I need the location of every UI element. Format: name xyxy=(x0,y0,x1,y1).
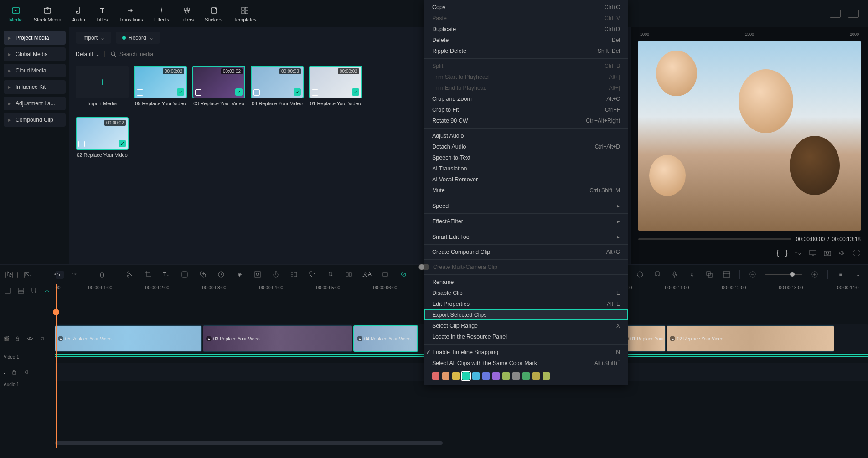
menu-item-duplicate[interactable]: DuplicateCtrl+D xyxy=(424,24,628,35)
media-clip-thumb[interactable]: 00:00:02 ✓ xyxy=(76,117,129,150)
select-tool-icon[interactable] xyxy=(5,270,15,279)
arrow-tool-icon[interactable]: ⇱⌄ xyxy=(24,270,33,279)
timeline-view-icon[interactable] xyxy=(4,286,12,295)
timeline-scrollbar[interactable] xyxy=(55,441,863,446)
menu-item-mute[interactable]: MuteCtrl+Shift+M xyxy=(424,185,628,196)
color-swatch[interactable] xyxy=(432,372,439,380)
visibility-icon[interactable] xyxy=(26,334,35,343)
menu-item-select-all-clips-with-the-same-color-mark[interactable]: Select All Clips with the Same Color Mar… xyxy=(424,358,628,369)
menu-item-ai-vocal-remover[interactable]: AI Vocal Remover xyxy=(424,174,628,185)
layout-single-icon[interactable] xyxy=(848,10,859,18)
timeline-clip[interactable]: ▸03 Replace Your Video xyxy=(203,325,352,352)
group-icon[interactable] xyxy=(344,270,353,279)
menu-item-edit-properties[interactable]: Edit PropertiesAlt+E xyxy=(424,298,628,309)
menu-item-ai-translation[interactable]: AI Translation xyxy=(424,163,628,174)
lock-icon[interactable] xyxy=(10,367,19,376)
chevron-down-icon[interactable]: ⌄ xyxy=(853,270,863,279)
nav-transitions[interactable]: Transitions xyxy=(119,5,143,22)
link-icon[interactable] xyxy=(399,270,408,279)
search-input[interactable] xyxy=(119,51,211,57)
menu-item-locate-in-the-resource-panel[interactable]: Locate in the Resource Panel xyxy=(424,331,628,342)
sidebar-influence-kit[interactable]: ▸Influence Kit xyxy=(4,80,66,94)
sort-dropdown[interactable]: Default⌄ xyxy=(76,51,100,57)
color-swatch[interactable] xyxy=(442,372,450,380)
marker-icon[interactable] xyxy=(653,270,662,279)
import-media-tile[interactable]: + xyxy=(76,66,129,98)
nav-filters[interactable]: Filters xyxy=(180,5,194,22)
track-options-icon[interactable]: ≡ xyxy=(836,270,845,279)
sidebar-global-media[interactable]: ▸Global Media xyxy=(4,47,66,61)
menu-item-ripple-delete[interactable]: Ripple DeleteShift+Del xyxy=(424,46,628,57)
redo-icon[interactable]: ↷ xyxy=(70,270,79,279)
mic-icon[interactable] xyxy=(670,270,679,279)
layout-grid-icon[interactable] xyxy=(830,10,841,18)
color-swatch[interactable] xyxy=(492,372,500,380)
menu-item-export-selected-clips[interactable]: Export Selected Clips xyxy=(424,309,628,320)
menu-item-create-compound-clip[interactable]: Create Compound ClipAlt+G xyxy=(424,247,628,257)
text-icon[interactable]: T⌄ xyxy=(162,270,171,279)
nav-audio[interactable]: Audio xyxy=(72,5,85,22)
monitor-icon[interactable] xyxy=(809,249,817,257)
preview-viewport[interactable] xyxy=(638,41,861,231)
color-swatch[interactable] xyxy=(472,372,480,380)
media-clip-thumb[interactable]: 00:00:02 ✓ xyxy=(309,66,362,98)
music-icon[interactable]: ♫ xyxy=(687,270,697,279)
media-clip-thumb[interactable]: 00:00:02 ✓ xyxy=(134,66,187,98)
menu-item-rename[interactable]: Rename xyxy=(424,277,628,288)
snapshot-icon[interactable] xyxy=(823,249,832,257)
zoom-out-icon[interactable] xyxy=(748,270,757,279)
nav-stock-media[interactable]: Stock Media xyxy=(34,5,62,22)
menu-item-speed[interactable]: Speed▸ xyxy=(424,200,628,211)
menu-item-detach-audio[interactable]: Detach AudioCtrl+Alt+D xyxy=(424,141,628,152)
menu-item-smart-edit-tool[interactable]: Smart Edit Tool▸ xyxy=(424,231,628,242)
menu-item-enable-timeline-snapping[interactable]: ✓Enable Timeline SnappingN xyxy=(424,346,628,358)
preview-scrubber[interactable] xyxy=(638,238,791,240)
mark-out-icon[interactable]: } xyxy=(785,249,788,257)
translate-icon[interactable]: 文A xyxy=(362,270,372,279)
ripple-icon[interactable] xyxy=(43,286,52,295)
menu-item-select-clip-range[interactable]: Select Clip RangeX xyxy=(424,320,628,331)
nav-stickers[interactable]: Stickers xyxy=(205,5,222,22)
color-swatch[interactable] xyxy=(502,372,510,380)
timeline-view2-icon[interactable] xyxy=(17,286,26,295)
color-swatch[interactable] xyxy=(462,372,470,380)
mute-icon[interactable] xyxy=(38,334,47,343)
nav-effects[interactable]: Effects xyxy=(154,5,169,22)
adjust-icon[interactable]: ⇅ xyxy=(326,270,335,279)
record-button[interactable]: Record⌄ xyxy=(116,32,160,44)
color-swatch[interactable] xyxy=(452,372,460,380)
render-icon[interactable] xyxy=(636,270,645,279)
list-icon[interactable]: ≡⌄ xyxy=(794,249,802,257)
green-screen-icon[interactable] xyxy=(253,270,262,279)
menu-item-delete[interactable]: DeleteDel xyxy=(424,35,628,46)
speed-icon[interactable] xyxy=(217,270,226,279)
import-button[interactable]: Import⌄ xyxy=(76,32,111,44)
crop-icon[interactable] xyxy=(144,270,153,279)
delete-icon[interactable] xyxy=(98,270,107,279)
menu-item-crop-and-zoom[interactable]: Crop and ZoomAlt+C xyxy=(424,93,628,104)
zoom-in-icon[interactable] xyxy=(810,270,819,279)
sidebar-compound-clip[interactable]: ▸Compound Clip xyxy=(4,113,66,127)
menu-item-crop-to-fit[interactable]: Crop to FitCtrl+F xyxy=(424,104,628,115)
timeline-clip[interactable]: ▸02 Replace Your Video xyxy=(666,325,834,352)
menu-item-speech-to-text[interactable]: Speech-to-Text xyxy=(424,152,628,163)
split-icon[interactable] xyxy=(125,270,134,279)
panel-icon[interactable] xyxy=(722,270,731,279)
menu-item-rotate-90-cw[interactable]: Rotate 90 CWCtrl+Alt+Right xyxy=(424,115,628,126)
mark-in-icon[interactable]: { xyxy=(776,249,779,257)
color-swatch[interactable] xyxy=(512,372,520,380)
color-swatch[interactable] xyxy=(532,372,540,380)
sidebar-project-media[interactable]: ▸Project Media xyxy=(4,31,66,45)
volume-icon[interactable] xyxy=(838,249,846,257)
menu-item-effect-filter[interactable]: Effect&Filter▸ xyxy=(424,216,628,227)
timeline-clip[interactable]: ▸05 Replace Your Video xyxy=(55,325,202,352)
timer-icon[interactable] xyxy=(271,270,280,279)
undo-icon[interactable]: ↶ xyxy=(52,270,61,279)
lock-icon[interactable] xyxy=(13,334,22,343)
nav-templates[interactable]: Templates xyxy=(233,5,256,22)
media-clip-thumb[interactable]: 00:00:02 ✓ xyxy=(192,66,245,98)
sidebar-cloud-media[interactable]: ▸Cloud Media xyxy=(4,64,66,77)
menu-item-disable-clip[interactable]: Disable ClipE xyxy=(424,288,628,298)
playhead[interactable] xyxy=(56,284,57,448)
zoom-slider[interactable] xyxy=(765,274,802,275)
